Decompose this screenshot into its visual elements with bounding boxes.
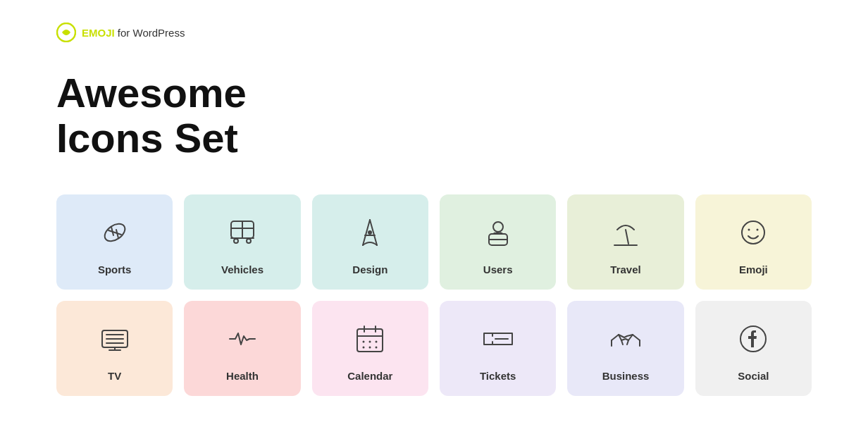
- calendar-label: Calendar: [347, 370, 392, 382]
- hero-line2: Icons Set: [56, 115, 238, 161]
- users-label: Users: [483, 264, 513, 275]
- ticket-icon: [480, 321, 516, 357]
- logo-emoji-label: EMOJI: [82, 27, 115, 39]
- card-sports[interactable]: Sports: [56, 194, 173, 290]
- icon-grid-row1: Sports Vehicles: [56, 194, 812, 290]
- svg-point-22: [757, 228, 759, 230]
- facebook-icon: [735, 321, 771, 357]
- card-design[interactable]: Design: [312, 194, 428, 290]
- compass-icon: [352, 214, 388, 251]
- card-tv[interactable]: TV: [56, 301, 173, 396]
- svg-point-14: [368, 230, 372, 235]
- travel-label: Travel: [610, 264, 640, 275]
- svg-point-37: [369, 346, 371, 348]
- svg-line-2: [108, 230, 121, 235]
- card-emoji[interactable]: Emoji: [695, 194, 812, 290]
- logo-text: EMOJI for WordPress: [82, 27, 185, 39]
- svg-line-18: [626, 230, 628, 244]
- heartbeat-icon: [224, 321, 261, 357]
- logo-icon: [56, 23, 76, 42]
- svg-point-34: [369, 340, 371, 342]
- handshake-label: Business: [602, 370, 650, 382]
- smile-icon: [735, 214, 771, 251]
- svg-point-33: [363, 340, 365, 342]
- hero-line1: Awesome: [56, 70, 247, 116]
- card-vehicles[interactable]: Vehicles: [184, 194, 300, 290]
- vehicles-label: Vehicles: [221, 264, 264, 275]
- health-label: Health: [226, 370, 259, 382]
- emoji-label: Emoji: [739, 264, 768, 275]
- user-icon: [480, 214, 516, 251]
- card-travel[interactable]: Travel: [567, 194, 683, 290]
- svg-point-36: [363, 346, 365, 348]
- handshake-icon: [607, 321, 644, 357]
- icon-grid-row2: TV Health Calendar: [56, 301, 812, 396]
- ticket-label: Tickets: [480, 370, 516, 382]
- design-label: Design: [352, 264, 388, 275]
- svg-point-20: [742, 221, 764, 244]
- svg-point-35: [376, 340, 378, 342]
- card-calendar[interactable]: Calendar: [312, 301, 428, 396]
- hero-title: Awesome Icons Set: [56, 70, 812, 161]
- card-facebook[interactable]: Social: [695, 301, 812, 396]
- svg-point-21: [748, 228, 750, 230]
- svg-point-38: [376, 346, 378, 348]
- logo-suffix: for WordPress: [115, 27, 185, 39]
- facebook-label: Social: [738, 370, 769, 382]
- tv-icon: [97, 321, 133, 357]
- card-users[interactable]: Users: [440, 194, 556, 290]
- sports-label: Sports: [98, 264, 132, 275]
- grid-row-spacer: [56, 290, 812, 301]
- calendar-icon: [352, 321, 388, 357]
- card-health[interactable]: Health: [184, 301, 300, 396]
- beach-icon: [607, 214, 644, 251]
- main-container: EMOJI for WordPress Awesome Icons Set Sp…: [0, 0, 868, 434]
- card-handshake[interactable]: Business: [567, 301, 683, 396]
- bus-icon: [224, 214, 261, 251]
- tv-label: TV: [108, 370, 121, 382]
- logo-area: EMOJI for WordPress: [56, 23, 812, 42]
- card-ticket[interactable]: Tickets: [440, 301, 556, 396]
- svg-point-15: [493, 222, 503, 232]
- football-icon: [97, 214, 133, 251]
